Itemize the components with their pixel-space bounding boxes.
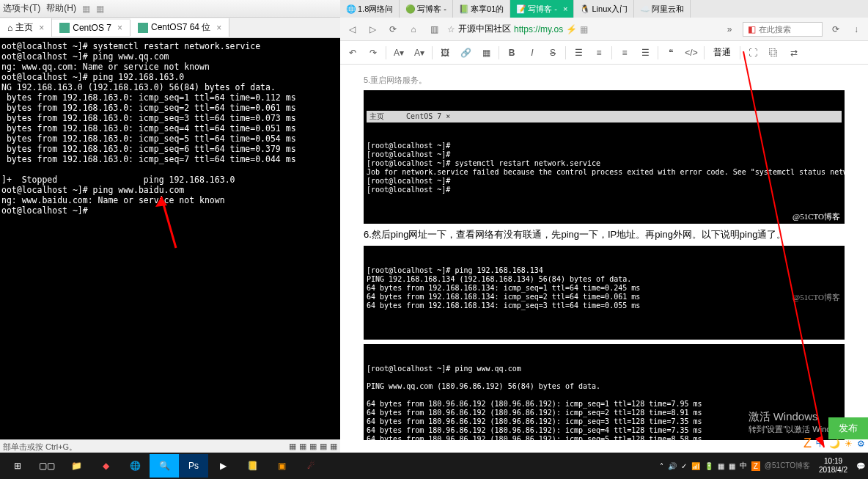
windows-taskbar: ⊞ ▢▢ 📁 ◆ 🌐 🔍 Ps ▶ 📒 ▣ ☄ ˄ 🔊 ✓ 📶 🔋 ▦ ▦ 中 … (0, 453, 868, 479)
reader-button[interactable]: ▥ (427, 22, 441, 37)
status-icon[interactable]: ▦ (330, 442, 337, 451)
tray-app-icon[interactable]: Z (751, 461, 760, 471)
forward-button[interactable]: ▷ (365, 22, 380, 37)
settings-icon[interactable]: ⚙ (857, 439, 865, 449)
favicon-icon: 📝 (516, 4, 525, 13)
dingtalk-icon[interactable]: ◆ (91, 454, 120, 478)
browser-tab-strip: 🌐1.8网络问 🟢写博客 - 📗寒享01的 📝写博客 -× 🐧Linux入门 ☁… (340, 0, 868, 18)
bg-color-button[interactable]: A▾ (411, 45, 427, 61)
favicon-icon: 🟢 (405, 4, 414, 13)
editor-content[interactable]: 5.重启网络服务。 主页 CentOS 7 × [root@localhost … (340, 65, 868, 440)
quote-button[interactable]: ❝ (663, 45, 679, 61)
start-button[interactable]: ⊞ (3, 454, 32, 478)
redo-button[interactable]: ↷ (365, 45, 381, 61)
url-field[interactable]: ☆ 开源中国社区 https://my.os ⚡ ▦ (447, 23, 716, 35)
media-icon[interactable]: ▶ (208, 454, 238, 478)
embedded-screenshot: [root@localhost ~]# ping 192.168.168.134… (364, 246, 845, 340)
close-icon[interactable]: × (117, 23, 122, 33)
close-icon[interactable]: × (39, 23, 44, 33)
moon-icon[interactable]: 🌙 (829, 439, 840, 449)
list-button[interactable]: ☰ (570, 45, 586, 61)
terminal-tab-home[interactable]: ⌂主页× (0, 18, 52, 37)
clock[interactable]: 10:19 2018/4/2 (814, 457, 852, 475)
refresh-button[interactable]: ⟳ (386, 22, 400, 37)
app-icon[interactable]: ☄ (296, 454, 326, 478)
back-button[interactable]: ◁ (345, 22, 359, 37)
star-icon[interactable]: ☆ (447, 24, 455, 34)
task-view-button[interactable]: ▢▢ (32, 454, 62, 478)
more-button[interactable]: ⇄ (786, 45, 802, 61)
notes-icon[interactable]: 📒 (238, 454, 267, 478)
browser-tab[interactable]: 🐧Linux入门 (574, 0, 633, 18)
tray-chevron-icon[interactable]: ˄ (660, 462, 663, 470)
close-icon[interactable]: × (563, 4, 567, 13)
fullscreen-button[interactable]: ⛶ (745, 45, 761, 61)
font-color-button[interactable]: A▾ (391, 45, 407, 61)
svg-marker-1 (155, 197, 167, 207)
app-icon[interactable]: Z (803, 436, 812, 451)
bold-button[interactable]: B (504, 45, 520, 61)
tray-icon[interactable]: ▦ (718, 462, 724, 470)
wifi-icon[interactable]: 📶 (691, 462, 700, 470)
align-button[interactable]: ☰ (637, 45, 653, 61)
favicon-icon: 🐧 (580, 4, 589, 13)
embedded-screenshot: 主页 CentOS 7 × [root@localhost ~]# [root@… (364, 90, 845, 224)
search-engine-icon[interactable]: ◧ (748, 24, 756, 34)
browser-tab[interactable]: 📗寒享01的 (453, 0, 510, 18)
ime-badge[interactable]: 中 (816, 437, 825, 450)
menu-button[interactable]: ⟳ (828, 22, 843, 37)
home-button[interactable]: ⌂ (406, 22, 421, 37)
undo-button[interactable]: ↶ (345, 45, 361, 61)
chrome-icon[interactable]: 🌐 (120, 454, 150, 478)
volume-icon[interactable]: 🔊 (668, 462, 677, 470)
sun-icon[interactable]: ☀ (845, 439, 853, 449)
status-icon[interactable]: ▦ (289, 442, 296, 451)
qrcode-icon[interactable]: ▦ (580, 24, 588, 34)
copy-button[interactable]: ⿻ (765, 45, 781, 61)
menu-disabled-icon: ▦ (96, 4, 104, 14)
olist-button[interactable]: ≡ (591, 45, 607, 61)
vm-icon[interactable]: ▣ (267, 454, 296, 478)
watermark-text: @51CTO博客 (765, 461, 810, 471)
status-icon[interactable]: ▦ (320, 442, 327, 451)
close-icon[interactable]: × (216, 23, 221, 33)
photoshop-icon[interactable]: Ps (179, 454, 208, 478)
browser-tab[interactable]: 🟢写博客 - (400, 0, 453, 18)
image-button[interactable]: 🖼 (437, 45, 453, 61)
browser-tab[interactable]: ☁️阿里云和 (634, 0, 691, 18)
editor-pane: ↶ ↷ A▾ A▾ 🖼 🔗 ▦ B I S ☰ ≡ ≡ ☰ ❝ </> 普通 ⛶… (340, 41, 868, 440)
search-box[interactable]: ◧ (743, 22, 823, 37)
terminal-tab[interactable]: CentOS 7× (52, 20, 130, 36)
status-icon[interactable]: ▦ (299, 442, 306, 451)
tray-icon[interactable]: ▦ (729, 462, 735, 470)
status-icon[interactable]: ▦ (309, 442, 317, 451)
browser-icon[interactable]: 🔍 (150, 454, 179, 478)
explorer-icon[interactable]: 📁 (62, 454, 91, 478)
menu-disabled-icon: ▦ (82, 4, 90, 14)
italic-button[interactable]: I (524, 45, 540, 61)
terminal-pane: ⌂主页× CentOS 7× CentOS7 64 位× oot@localho… (0, 18, 340, 440)
menu-help[interactable]: 帮助(H) (46, 2, 76, 15)
align-button[interactable]: ≡ (617, 45, 633, 61)
tray-icon[interactable]: ✓ (681, 462, 687, 470)
browser-tab[interactable]: 🌐1.8网络问 (340, 0, 400, 18)
link-button[interactable]: 🔗 (457, 45, 474, 61)
watermark-text: @51CTO博客 (792, 212, 840, 221)
url-label: 开源中国社区 (458, 23, 511, 35)
notifications-icon[interactable]: 💬 (856, 462, 865, 470)
search-input[interactable] (759, 25, 817, 34)
ime-icon[interactable]: 中 (740, 461, 747, 471)
extension-button[interactable]: » (722, 22, 737, 37)
home-icon: ⌂ (7, 23, 12, 33)
browser-tab-active[interactable]: 📝写博客 -× (510, 0, 574, 18)
table-button[interactable]: ▦ (478, 45, 494, 61)
terminal-output[interactable]: oot@localhost ~]# systemctl restart netw… (0, 38, 340, 440)
terminal-tab[interactable]: CentOS7 64 位× (130, 18, 229, 37)
code-button[interactable]: </> (683, 45, 699, 61)
status-text: 部单击或按 Ctrl+G。 (3, 442, 77, 451)
battery-icon[interactable]: 🔋 (705, 462, 713, 470)
mode-dropdown[interactable]: 普通 (709, 45, 735, 60)
menu-options[interactable]: 选项卡(T) (3, 2, 40, 15)
download-button[interactable]: ↓ (849, 22, 864, 37)
strike-button[interactable]: S (545, 45, 561, 61)
